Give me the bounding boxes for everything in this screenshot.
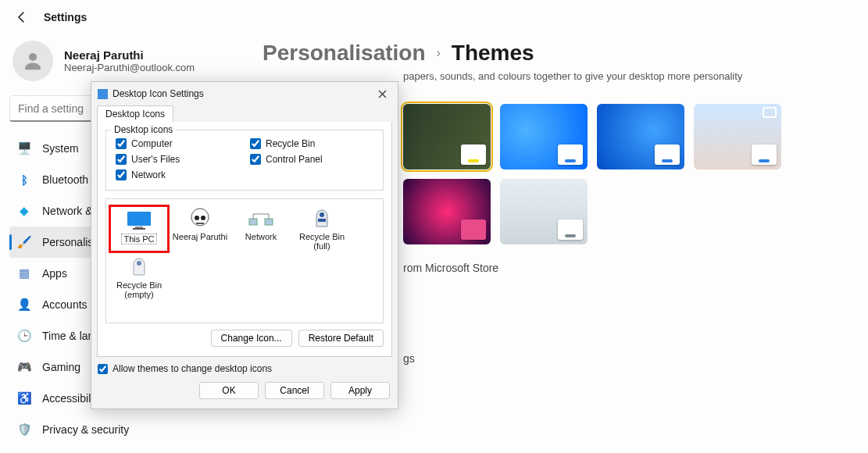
breadcrumb: Personalisation › Themes bbox=[263, 41, 849, 66]
chevron-right-icon: › bbox=[437, 46, 441, 60]
svg-rect-2 bbox=[135, 226, 143, 228]
checkbox-input[interactable] bbox=[98, 364, 108, 374]
checkbox-input[interactable] bbox=[250, 154, 261, 165]
shield-icon: 🛡️ bbox=[17, 423, 31, 437]
icon-recycle-full[interactable]: Recycle Bin (full) bbox=[294, 207, 350, 251]
checkbox-recycle-bin[interactable]: Recycle Bin bbox=[250, 138, 373, 149]
r2d2-icon bbox=[313, 208, 330, 230]
cancel-button[interactable]: Cancel bbox=[265, 382, 324, 399]
checkbox-input[interactable] bbox=[116, 169, 127, 180]
checkbox-control-panel[interactable]: Control Panel bbox=[250, 154, 373, 165]
change-icon-button[interactable]: Change Icon... bbox=[211, 330, 292, 347]
tab-desktop-icons[interactable]: Desktop Icons bbox=[97, 105, 173, 122]
svg-rect-8 bbox=[265, 219, 273, 225]
svg-point-0 bbox=[29, 53, 37, 61]
themes-subtitle: papers, sounds, and colours together to … bbox=[403, 70, 849, 82]
svg-rect-10 bbox=[318, 219, 326, 222]
bluetooth-icon: ᛒ bbox=[17, 173, 31, 187]
sidebar-item-label: Gaming bbox=[42, 361, 80, 373]
sidebar-item-label: Apps bbox=[42, 267, 67, 280]
checkbox-input[interactable] bbox=[250, 138, 261, 149]
icon-network[interactable]: Network bbox=[233, 207, 289, 251]
svg-rect-7 bbox=[249, 219, 257, 225]
user-email: Neeraj-Paruthi@outlook.com bbox=[64, 62, 195, 73]
sidebar-item-label: Accounts bbox=[42, 298, 88, 311]
svg-point-11 bbox=[137, 261, 141, 266]
checkbox-input[interactable] bbox=[116, 154, 127, 165]
icon-user-files[interactable]: Neeraj Paruthi bbox=[172, 207, 228, 251]
svg-rect-3 bbox=[133, 228, 145, 230]
user-name: Neeraj Paruthi bbox=[64, 48, 195, 62]
icon-recycle-empty[interactable]: Recycle Bin (empty) bbox=[111, 255, 167, 299]
avatar bbox=[13, 41, 53, 81]
checkbox-computer[interactable]: Computer bbox=[116, 138, 239, 149]
network-devices-icon bbox=[248, 209, 274, 228]
trooper-icon bbox=[188, 207, 212, 230]
sidebar-item-privacy[interactable]: 🛡️Privacy & security bbox=[9, 414, 248, 445]
desktop-icon-settings-dialog: Desktop Icon Settings Desktop Icons Desk… bbox=[91, 81, 398, 409]
breadcrumb-leaf: Themes bbox=[452, 41, 534, 66]
sidebar-item-label: System bbox=[42, 142, 79, 155]
monitor-icon bbox=[126, 210, 152, 230]
store-link-text[interactable]: rom Microsoft Store bbox=[403, 262, 849, 274]
breadcrumb-root[interactable]: Personalisation bbox=[263, 41, 426, 66]
checkbox-users-files[interactable]: User's Files bbox=[116, 154, 239, 165]
brush-icon: 🖌️ bbox=[17, 235, 31, 249]
theme-thumb[interactable] bbox=[500, 179, 588, 244]
theme-thumb[interactable] bbox=[694, 104, 781, 169]
accounts-icon: 👤 bbox=[17, 298, 31, 312]
group-title: Desktop icons bbox=[111, 124, 176, 135]
theme-thumb[interactable] bbox=[500, 104, 588, 169]
close-button[interactable] bbox=[373, 84, 391, 103]
icon-this-pc[interactable]: This PC bbox=[111, 207, 167, 251]
dialog-icon bbox=[98, 89, 108, 99]
ok-button[interactable]: OK bbox=[199, 382, 259, 399]
svg-point-9 bbox=[320, 212, 324, 217]
checkbox-input[interactable] bbox=[116, 138, 127, 149]
app-title: Settings bbox=[44, 11, 87, 23]
dialog-title: Desktop Icon Settings bbox=[113, 88, 204, 99]
apps-icon: ▦ bbox=[17, 266, 31, 280]
allow-themes-checkbox[interactable]: Allow themes to change desktop icons bbox=[98, 363, 398, 374]
sidebar-item-label: Privacy & security bbox=[42, 423, 129, 436]
camera-icon bbox=[763, 107, 777, 118]
icon-preview-box: This PC Neeraj Paruthi Network Recycle B… bbox=[105, 198, 384, 323]
theme-thumb[interactable] bbox=[403, 104, 491, 169]
svg-point-6 bbox=[201, 216, 205, 220]
network-icon: ◆ bbox=[17, 204, 31, 218]
system-icon: 🖥️ bbox=[17, 141, 31, 155]
gaming-icon: 🎮 bbox=[17, 360, 31, 374]
svg-point-5 bbox=[195, 216, 199, 220]
restore-default-button[interactable]: Restore Default bbox=[298, 330, 384, 347]
theme-thumb[interactable] bbox=[597, 104, 684, 169]
theme-thumb[interactable] bbox=[403, 179, 491, 244]
clock-icon: 🕒 bbox=[17, 329, 31, 343]
r2d2-icon bbox=[130, 256, 148, 278]
back-button[interactable] bbox=[14, 9, 30, 25]
svg-rect-1 bbox=[127, 212, 151, 226]
apply-button[interactable]: Apply bbox=[330, 382, 390, 399]
related-partial: gs bbox=[403, 352, 849, 365]
accessibility-icon: ♿ bbox=[17, 391, 31, 405]
checkbox-network[interactable]: Network bbox=[116, 169, 239, 180]
